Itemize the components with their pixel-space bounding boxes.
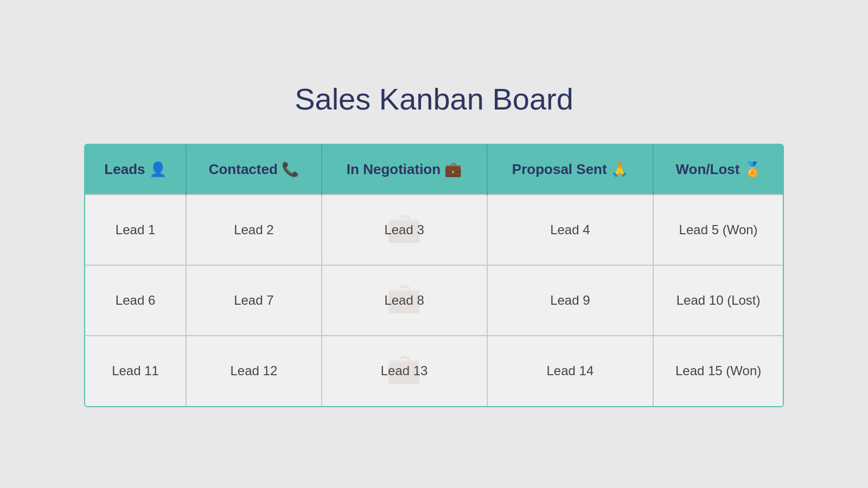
col-header-leads: Leads 👤 xyxy=(85,145,186,195)
col-label-wonlost: Won/Lost 🏅 xyxy=(676,161,761,177)
table-cell-leads[interactable]: Lead 1 xyxy=(85,195,186,265)
table-cell-wonlost[interactable]: Lead 10 (Lost) xyxy=(653,265,783,336)
table-cell-contacted[interactable]: Lead 7 xyxy=(186,265,322,336)
col-header-contacted: Contacted 📞 xyxy=(186,145,322,195)
table-cell-leads[interactable]: Lead 11 xyxy=(85,336,186,406)
col-header-proposal: Proposal Sent 🙏 xyxy=(487,145,654,195)
table-cell-wonlost[interactable]: Lead 5 (Won) xyxy=(653,195,783,265)
table-cell-proposal[interactable]: Lead 9 xyxy=(487,265,654,336)
kanban-board: Leads 👤 Contacted 📞 In Negotiation 💼 Pro… xyxy=(84,144,784,407)
page-title: Sales Kanban Board xyxy=(295,81,573,117)
table-cell-leads[interactable]: Lead 6 xyxy=(85,265,186,336)
table-cell-negotiation[interactable]: Lead 13 xyxy=(322,336,487,406)
col-label-negotiation: In Negotiation 💼 xyxy=(347,161,462,177)
table-cell-negotiation[interactable]: Lead 8 xyxy=(322,265,487,336)
table-row[interactable]: Lead 6Lead 7Lead 8Lead 9Lead 10 (Lost) xyxy=(85,265,783,336)
kanban-table: Leads 👤 Contacted 📞 In Negotiation 💼 Pro… xyxy=(85,145,783,406)
col-label-proposal: Proposal Sent 🙏 xyxy=(512,161,628,177)
col-label-contacted: Contacted 📞 xyxy=(209,161,299,177)
table-cell-proposal[interactable]: Lead 14 xyxy=(487,336,654,406)
table-cell-wonlost[interactable]: Lead 15 (Won) xyxy=(653,336,783,406)
table-cell-contacted[interactable]: Lead 12 xyxy=(186,336,322,406)
col-header-wonlost: Won/Lost 🏅 xyxy=(653,145,783,195)
col-header-negotiation: In Negotiation 💼 xyxy=(322,145,487,195)
column-headers: Leads 👤 Contacted 📞 In Negotiation 💼 Pro… xyxy=(85,145,783,195)
table-cell-negotiation[interactable]: Lead 3 xyxy=(322,195,487,265)
table-cell-proposal[interactable]: Lead 4 xyxy=(487,195,654,265)
table-row[interactable]: Lead 11Lead 12Lead 13Lead 14Lead 15 (Won… xyxy=(85,336,783,406)
col-label-leads: Leads 👤 xyxy=(104,161,166,177)
table-row[interactable]: Lead 1Lead 2Lead 3Lead 4Lead 5 (Won) xyxy=(85,195,783,265)
table-cell-contacted[interactable]: Lead 2 xyxy=(186,195,322,265)
kanban-body: Lead 1Lead 2Lead 3Lead 4Lead 5 (Won)Lead… xyxy=(85,195,783,406)
